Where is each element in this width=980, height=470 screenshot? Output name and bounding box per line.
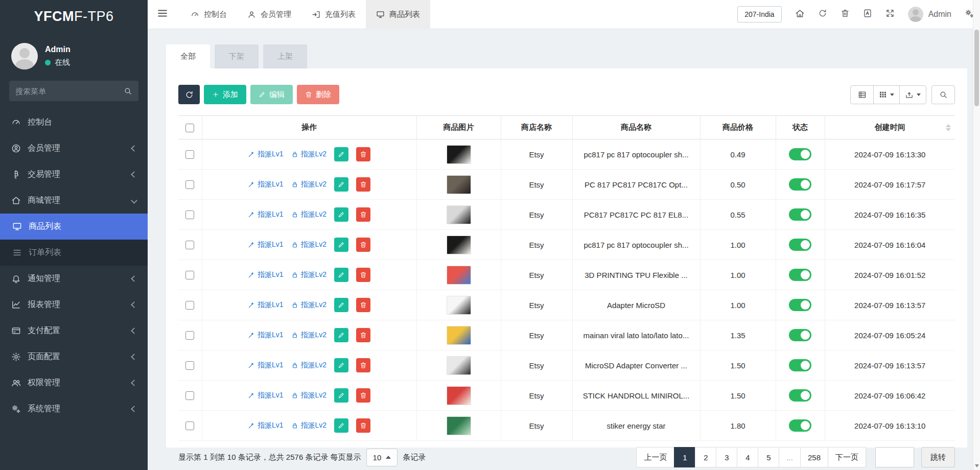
column-header-商品名称[interactable]: 商品名称: [572, 116, 700, 139]
add-button[interactable]: 添加: [204, 85, 246, 104]
row-edit-button[interactable]: [334, 328, 348, 342]
row-edit-button[interactable]: [334, 358, 348, 372]
assign-lv2-link[interactable]: 指派Lv2: [291, 391, 327, 400]
search-button[interactable]: [931, 85, 955, 104]
scrollbar-thumb[interactable]: [974, 30, 979, 106]
row-delete-button[interactable]: [356, 358, 370, 372]
fullscreen-icon[interactable]: [885, 9, 895, 20]
assign-lv1-link[interactable]: 指派Lv1: [248, 331, 284, 340]
sidebar-item-支付配置[interactable]: 支付配置: [0, 318, 148, 344]
page-button-...[interactable]: ...: [779, 447, 801, 467]
page-button-4[interactable]: 4: [737, 447, 758, 467]
page-button-258[interactable]: 258: [800, 447, 828, 467]
nav-tab-会员管理[interactable]: 会员管理: [237, 0, 301, 29]
select-all-checkbox[interactable]: [185, 124, 194, 132]
assign-lv2-link[interactable]: 指派Lv2: [291, 180, 327, 189]
sidebar-item-报表管理[interactable]: 报表管理: [0, 292, 148, 318]
product-image[interactable]: [447, 145, 471, 164]
sidebar-item-商品列表[interactable]: 商品列表: [0, 214, 148, 240]
status-toggle[interactable]: [789, 239, 811, 251]
refresh-icon[interactable]: [818, 9, 827, 20]
page-button-3[interactable]: 3: [716, 447, 737, 467]
row-edit-button[interactable]: [334, 238, 348, 252]
product-image[interactable]: [447, 266, 471, 285]
home-icon[interactable]: [795, 9, 805, 20]
assign-lv2-link[interactable]: 指派Lv2: [291, 150, 327, 159]
column-header-商品图片[interactable]: 商品图片: [416, 116, 501, 139]
sidebar-item-商城管理[interactable]: 商城管理: [0, 187, 148, 214]
product-image[interactable]: [447, 386, 471, 405]
product-image[interactable]: [447, 205, 471, 224]
scroll-down-arrow-icon[interactable]: [975, 464, 979, 467]
sort-icon[interactable]: [946, 124, 951, 131]
assign-lv2-link[interactable]: 指派Lv2: [291, 210, 327, 219]
sidebar-item-订单列表[interactable]: 订单列表: [0, 240, 148, 266]
refresh-button[interactable]: [178, 85, 200, 104]
product-image[interactable]: [447, 356, 471, 375]
assign-lv1-link[interactable]: 指派Lv1: [248, 180, 284, 189]
column-header-操作[interactable]: 操作: [202, 116, 416, 139]
page-size-select[interactable]: 10: [366, 449, 398, 466]
status-toggle[interactable]: [789, 389, 811, 402]
column-header-商品价格[interactable]: 商品价格: [700, 116, 776, 139]
clear-cache-trash-icon[interactable]: [841, 9, 850, 20]
status-toggle[interactable]: [789, 208, 811, 221]
row-checkbox[interactable]: [185, 180, 194, 189]
row-checkbox[interactable]: [185, 271, 194, 279]
nav-tab-控制台[interactable]: 控制台: [180, 0, 237, 29]
product-image[interactable]: [447, 416, 471, 435]
delete-button[interactable]: 删除: [297, 85, 339, 104]
nav-tab-商品列表[interactable]: 商品列表: [366, 0, 430, 29]
assign-lv1-link[interactable]: 指派Lv1: [248, 210, 284, 219]
assign-lv1-link[interactable]: 指派Lv1: [248, 150, 284, 159]
sidebar-item-控制台[interactable]: 控制台: [0, 109, 148, 135]
status-toggle[interactable]: [789, 269, 811, 281]
sidebar-item-交易管理[interactable]: 交易管理: [0, 161, 148, 187]
column-header-商店名称[interactable]: 商店名称: [501, 116, 572, 139]
sidebar-item-页面配置[interactable]: 页面配置: [0, 344, 148, 370]
row-edit-button[interactable]: [334, 268, 348, 282]
navbar-user[interactable]: Admin: [908, 7, 951, 22]
row-checkbox[interactable]: [185, 210, 194, 219]
row-edit-button[interactable]: [334, 147, 348, 161]
row-delete-button[interactable]: [356, 177, 370, 192]
row-edit-button[interactable]: [334, 298, 348, 312]
status-toggle[interactable]: [789, 329, 811, 341]
row-checkbox[interactable]: [185, 391, 194, 400]
row-edit-button[interactable]: [334, 418, 348, 433]
row-checkbox[interactable]: [185, 301, 194, 310]
region-button[interactable]: 207-India: [737, 6, 781, 22]
row-delete-button[interactable]: [356, 268, 370, 282]
sidebar-item-会员管理[interactable]: 会员管理: [0, 135, 148, 161]
page-button-下一页[interactable]: 下一页: [828, 447, 866, 467]
row-delete-button[interactable]: [356, 207, 370, 222]
assign-lv2-link[interactable]: 指派Lv2: [291, 331, 327, 340]
toggle-pagination-button[interactable]: [850, 85, 874, 104]
page-button-上一页[interactable]: 上一页: [636, 447, 674, 467]
row-delete-button[interactable]: [356, 298, 370, 312]
page-button-2[interactable]: 2: [695, 447, 716, 467]
product-image[interactable]: [447, 236, 471, 254]
assign-lv1-link[interactable]: 指派Lv1: [248, 361, 284, 370]
row-delete-button[interactable]: [356, 388, 370, 403]
language-icon[interactable]: [863, 9, 872, 20]
row-edit-button[interactable]: [334, 177, 348, 192]
assign-lv1-link[interactable]: 指派Lv1: [248, 421, 284, 430]
jump-button[interactable]: 跳转: [921, 447, 955, 467]
status-toggle[interactable]: [789, 299, 811, 311]
assign-lv2-link[interactable]: 指派Lv2: [291, 300, 327, 310]
assign-lv2-link[interactable]: 指派Lv2: [291, 270, 327, 279]
app-logo[interactable]: YFCMF-TP6: [0, 0, 148, 33]
filter-tab-上架[interactable]: 上架: [263, 44, 307, 68]
status-toggle[interactable]: [789, 359, 811, 371]
page-scrollbar[interactable]: [973, 0, 980, 470]
nav-tab-充值列表[interactable]: 充值列表: [301, 0, 366, 29]
assign-lv2-link[interactable]: 指派Lv2: [291, 421, 327, 430]
row-delete-button[interactable]: [356, 147, 370, 161]
sidebar-item-系统管理[interactable]: 系统管理: [0, 396, 148, 422]
row-checkbox[interactable]: [185, 150, 194, 159]
edit-button[interactable]: 编辑: [250, 85, 293, 104]
page-button-5[interactable]: 5: [758, 447, 779, 467]
export-button[interactable]: [899, 85, 926, 104]
sidebar-item-通知管理[interactable]: 通知管理: [0, 266, 148, 292]
